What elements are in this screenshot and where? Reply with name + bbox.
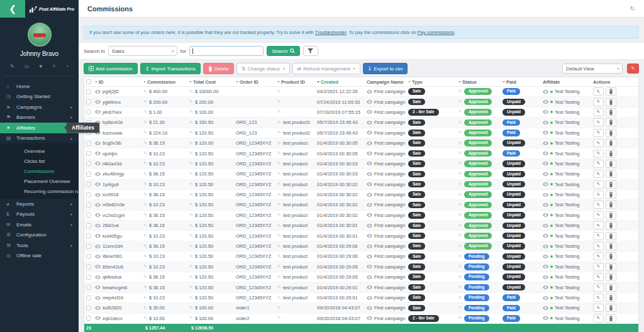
edit-row-button[interactable]: ✎ bbox=[593, 170, 604, 178]
app-logo[interactable]: Post Affiliate Pro bbox=[25, 0, 79, 18]
eye-icon[interactable] bbox=[95, 245, 101, 248]
edit-row-button[interactable]: ✎ bbox=[593, 273, 604, 281]
filter-button[interactable] bbox=[303, 46, 318, 56]
column-header-status[interactable]: Status bbox=[458, 79, 502, 85]
edit-pencil-icon[interactable]: ✎ bbox=[143, 213, 147, 218]
refund-management-button[interactable]: ⇄Refund management▾ bbox=[292, 63, 360, 74]
eye-icon[interactable] bbox=[95, 110, 101, 114]
add-commission-button[interactable]: Add commission bbox=[84, 63, 138, 74]
edit-pencil-icon[interactable]: ✎ bbox=[277, 99, 281, 104]
eye-icon[interactable] bbox=[543, 234, 548, 238]
edit-pencil-icon[interactable]: ✎ bbox=[143, 264, 147, 269]
edit-row-button[interactable]: ✎ bbox=[593, 314, 604, 323]
export-csv-button[interactable]: ↧Export to csv bbox=[363, 63, 408, 74]
edit-pencil-icon[interactable]: ✎ bbox=[458, 141, 462, 146]
eye-icon[interactable] bbox=[543, 265, 548, 268]
edit-pencil-icon[interactable]: ✎ bbox=[458, 89, 462, 94]
eye-icon[interactable] bbox=[95, 255, 101, 258]
edit-row-button[interactable]: ✎ bbox=[593, 221, 604, 230]
edit-pencil-icon[interactable]: ✎ bbox=[189, 192, 193, 197]
row-checkbox[interactable] bbox=[86, 192, 91, 197]
eye-icon[interactable] bbox=[367, 213, 372, 217]
eye-icon[interactable] bbox=[543, 131, 548, 135]
edit-row-button[interactable]: ✎ bbox=[593, 304, 604, 312]
sidebar-item-transactions[interactable]: ▤Transactions▴ bbox=[0, 133, 79, 144]
eye-icon[interactable] bbox=[95, 100, 101, 104]
row-checkbox[interactable] bbox=[86, 151, 91, 156]
delete-row-button[interactable] bbox=[606, 211, 616, 219]
table-row[interactable]: 6cg0x3ib ✎$ 36.15 ✎$ 120.00 ORD_12345XYZ… bbox=[84, 138, 638, 148]
sidebar-item-configuration[interactable]: ⚙Configuration bbox=[0, 230, 79, 241]
edit-pencil-icon[interactable]: ✎ bbox=[458, 192, 462, 197]
edit-row-button[interactable]: ✎ bbox=[593, 211, 604, 219]
sidebar-item-banners[interactable]: ⚑Banners▾ bbox=[0, 113, 79, 123]
edit-pencil-icon[interactable]: ✎ bbox=[458, 202, 462, 208]
edit-pencil-icon[interactable]: ✎ bbox=[458, 244, 462, 249]
sidebar-item-payouts[interactable]: $Payouts▾ bbox=[0, 209, 79, 220]
delete-row-button[interactable] bbox=[606, 118, 616, 126]
row-checkbox[interactable] bbox=[86, 109, 91, 114]
search-input[interactable] bbox=[189, 46, 264, 56]
eye-icon[interactable] bbox=[543, 224, 548, 228]
edit-row-button[interactable]: ✎ bbox=[593, 284, 604, 292]
row-checkbox[interactable] bbox=[86, 202, 91, 208]
table-row[interactable]: mep4zf24 ✎$ 10.23 ✎$ 120.50 ORD_12345XYZ… bbox=[84, 293, 638, 303]
eye-icon[interactable] bbox=[543, 245, 548, 248]
edit-row-button[interactable]: ✎ bbox=[593, 139, 604, 147]
edit-pencil-icon[interactable]: ✎ bbox=[189, 172, 193, 177]
edit-pencil-icon[interactable]: ✎ bbox=[277, 141, 281, 146]
eye-icon[interactable] bbox=[543, 182, 548, 186]
delete-row-button[interactable] bbox=[606, 232, 616, 240]
sidebar-item-reports[interactable]: ◕Reports▾ bbox=[0, 199, 79, 209]
edit-pencil-icon[interactable]: ✎ bbox=[458, 99, 462, 104]
edit-pencil-icon[interactable]: ✎ bbox=[143, 130, 147, 135]
delete-row-button[interactable] bbox=[606, 304, 616, 312]
eye-icon[interactable] bbox=[367, 245, 372, 248]
table-row[interactable]: pg4j2jf2 ✎$ 400.00 ✎$ 10000.00 ✎ 04/2/20… bbox=[84, 87, 638, 97]
row-checkbox[interactable] bbox=[86, 89, 91, 94]
edit-pencil-icon[interactable]: ✎ bbox=[458, 130, 462, 135]
eye-icon[interactable] bbox=[367, 182, 372, 186]
edit-row-button[interactable]: ✎ bbox=[593, 252, 604, 260]
edit-pencil-icon[interactable]: ✎ bbox=[458, 213, 462, 218]
edit-pencil-icon[interactable]: ✎ bbox=[143, 296, 147, 301]
delete-row-button[interactable] bbox=[606, 273, 616, 281]
row-checkbox[interactable] bbox=[86, 182, 91, 187]
edit-pencil-icon[interactable]: ✎ bbox=[189, 89, 193, 94]
sidebar-item-home[interactable]: ⌂Home bbox=[0, 81, 79, 92]
eye-icon[interactable] bbox=[95, 203, 101, 207]
edit-pencil-icon[interactable]: ✎ bbox=[458, 223, 462, 228]
edit-pencil-icon[interactable]: ✎ bbox=[143, 316, 147, 321]
edit-pencil-icon[interactable]: ✎ bbox=[277, 275, 281, 280]
eye-icon[interactable] bbox=[367, 162, 372, 165]
edit-pencil-icon[interactable]: ✎ bbox=[189, 275, 193, 280]
edit-pencil-icon[interactable]: ✎ bbox=[458, 151, 462, 156]
column-header-product-id[interactable]: Product ID bbox=[277, 79, 317, 85]
edit-pencil-icon[interactable]: ✎ bbox=[143, 254, 147, 259]
table-row[interactable]: 1yl4guti ✎$ 10.23 ✎$ 120.50 ORD_12345XYZ… bbox=[84, 180, 638, 190]
edit-pencil-icon[interactable]: ✎ bbox=[277, 89, 281, 94]
row-checkbox[interactable] bbox=[86, 141, 91, 146]
eye-icon[interactable] bbox=[367, 193, 372, 197]
edit-pencil-icon[interactable]: ✎ bbox=[277, 109, 281, 114]
delete-row-button[interactable] bbox=[606, 263, 616, 271]
edit-pencil-icon[interactable]: ✎ bbox=[458, 254, 462, 259]
delete-row-button[interactable] bbox=[606, 180, 616, 189]
eye-icon[interactable] bbox=[95, 275, 101, 279]
sidebar-item-getting-started[interactable]: ◷Getting Started bbox=[0, 92, 79, 102]
eye-icon[interactable] bbox=[367, 316, 372, 320]
eye-icon[interactable] bbox=[543, 316, 548, 320]
column-header-commission[interactable]: Commission bbox=[143, 79, 189, 85]
select-all-checkbox[interactable] bbox=[86, 79, 91, 84]
delete-row-button[interactable] bbox=[606, 150, 616, 158]
eye-icon[interactable] bbox=[367, 275, 372, 279]
row-checkbox[interactable] bbox=[86, 254, 91, 259]
eye-icon[interactable] bbox=[95, 162, 101, 165]
edit-pencil-icon[interactable]: ✎ bbox=[458, 109, 462, 114]
delete-row-button[interactable] bbox=[606, 294, 616, 302]
delete-row-button[interactable] bbox=[606, 252, 616, 260]
edit-pencil-icon[interactable]: ✎ bbox=[189, 141, 193, 146]
edit-pencil-icon[interactable]: ✎ bbox=[277, 120, 281, 125]
eye-icon[interactable] bbox=[543, 203, 548, 207]
eye-icon[interactable] bbox=[543, 255, 548, 258]
